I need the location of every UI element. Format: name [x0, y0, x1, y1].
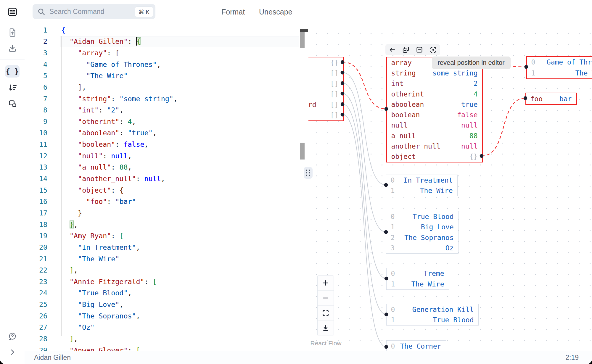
plus-icon — [322, 279, 329, 287]
code-line[interactable]: "foo": "bar" — [61, 196, 136, 207]
node-row: Annie Fitzgerald[] — [308, 78, 343, 89]
line-number: 6 — [25, 82, 47, 93]
node-row: Alexander Skarsgård[] — [308, 99, 343, 110]
zoom-controls — [317, 275, 334, 336]
line-number: 3 — [25, 47, 47, 59]
download-icon[interactable] — [8, 44, 17, 53]
expand-sidebar-chevron-icon[interactable] — [9, 348, 16, 356]
code-line[interactable]: ], — [61, 333, 78, 345]
line-number: 29 — [25, 345, 47, 351]
node-row: nullnull — [387, 120, 482, 131]
json-code-editor[interactable]: 1234567891011121314151617181920212223242… — [25, 24, 308, 351]
reveal-position-icon[interactable] — [429, 46, 437, 54]
line-number: 25 — [25, 299, 47, 310]
collapse-node-icon[interactable] — [416, 46, 423, 54]
line-number: 20 — [25, 242, 47, 253]
help-icon[interactable] — [8, 332, 17, 341]
download-image-button[interactable] — [318, 321, 334, 336]
node-row: object{} — [387, 152, 482, 162]
transform-nodes-icon[interactable] — [8, 99, 17, 108]
line-number: 15 — [25, 185, 47, 196]
code-line[interactable]: ], — [61, 265, 78, 276]
line-number: 18 — [25, 219, 47, 231]
graph-panel[interactable]: Aidan Gillen{}Amy Ryan[]Annie Fitzgerald… — [308, 0, 592, 351]
node-row: foobar — [526, 93, 576, 104]
line-number: 23 — [25, 276, 47, 288]
graph-node-amy-ryan[interactable]: 0In Treatment1The Wire — [386, 175, 458, 196]
unescape-button[interactable]: Unescape — [259, 0, 292, 24]
node-row: 0Treme — [387, 268, 449, 279]
node-row: a_null88 — [387, 131, 482, 141]
code-line[interactable]: } — [61, 207, 82, 219]
zoom-in-button[interactable] — [318, 276, 334, 291]
editor-scrollbar-thumb[interactable] — [300, 32, 305, 48]
node-row: Anwan Glover[] — [308, 89, 343, 100]
sidebar-divider — [0, 59, 25, 59]
app-window: { } — [0, 0, 592, 364]
node-row: 0The Corner — [387, 341, 446, 351]
code-line[interactable]: "a_null": 88, — [61, 162, 132, 173]
code-line[interactable]: "True Blood", — [61, 287, 132, 299]
code-line[interactable]: "Oz" — [61, 322, 94, 333]
code-line[interactable]: "aboolean": "true", — [61, 127, 157, 139]
graph-node-alice-farmer[interactable]: 0The Corner — [386, 340, 446, 351]
code-line[interactable]: "In Treatment", — [61, 242, 140, 253]
code-line[interactable]: "int": "2", — [61, 104, 123, 116]
app-logo-icon[interactable] — [7, 7, 18, 17]
code-line[interactable]: "Aidan Gillen": { — [61, 36, 141, 47]
node-row: Aidan Gillen{} — [308, 57, 343, 68]
graph-node-aidan-gillen[interactable]: array[]stringsome stringint2otherint4abo… — [386, 57, 483, 162]
zoom-out-button[interactable] — [318, 291, 334, 306]
line-number: 24 — [25, 287, 47, 299]
selected-path-label: Aidan Gillen — [34, 351, 71, 364]
line-number: 28 — [25, 333, 47, 345]
panel-resize-handle[interactable] — [304, 167, 313, 179]
graph-node-alexander-skarsgard[interactable]: 0Generation Kill1True Blood — [386, 304, 479, 326]
code-line[interactable]: "The Wire" — [61, 70, 128, 82]
code-line[interactable]: }, — [61, 219, 78, 231]
code-line[interactable]: "another_null": null, — [61, 173, 165, 185]
code-line[interactable]: "array": [ — [61, 47, 119, 59]
code-line[interactable]: "Amy Ryan": [ — [61, 230, 123, 242]
code-line[interactable]: "boolean": false, — [61, 139, 149, 150]
line-number: 19 — [25, 230, 47, 242]
node-row: Amy Ryan[] — [308, 68, 343, 79]
code-line[interactable]: "otherint": 4, — [61, 116, 136, 128]
node-row: 1True Blood — [387, 315, 478, 326]
sort-icon[interactable] — [8, 83, 17, 92]
line-number: 9 — [25, 116, 47, 128]
editor-scroll-decoration — [300, 29, 308, 32]
duplicate-icon[interactable] — [402, 46, 410, 54]
node-row: 3Oz — [386, 243, 458, 254]
code-line[interactable]: "Annie Fitzgerald": [ — [61, 276, 157, 288]
graph-node-anwan-glover[interactable]: 0Treme1The Wire — [386, 268, 449, 290]
code-line[interactable]: "object": { — [61, 185, 123, 196]
graph-node-aidan-array[interactable]: 0Game of Thrones1The Wire — [526, 56, 592, 79]
node-row: stringsome string — [387, 68, 482, 78]
back-icon[interactable] — [388, 46, 396, 54]
format-button[interactable]: Format — [221, 0, 245, 24]
graph-node-root-object[interactable]: Aidan Gillen{}Amy Ryan[]Annie Fitzgerald… — [308, 57, 344, 121]
node-row: 0Generation Kill — [387, 304, 478, 315]
code-line[interactable]: "Big Love", — [61, 299, 123, 310]
graph-node-annie-fitzgerald[interactable]: 0True Blood1Big Love2The Sopranos3Oz — [386, 211, 459, 254]
upload-file-icon[interactable] — [8, 28, 17, 37]
search-input[interactable]: Search Command ⌘ K — [33, 4, 155, 19]
editor-scrollbar-mark[interactable] — [300, 143, 305, 160]
code-line[interactable]: "null": null, — [61, 150, 132, 162]
node-row: 1The Wire — [387, 279, 449, 289]
line-number: 1 — [25, 25, 47, 36]
fit-view-button[interactable] — [318, 306, 334, 321]
code-line[interactable]: { — [61, 25, 65, 36]
code-line[interactable]: "string": "some string", — [61, 93, 178, 105]
code-line[interactable]: "Game of Thrones", — [61, 59, 161, 70]
code-line[interactable]: "The Wire" — [61, 253, 119, 265]
code-line[interactable]: "The Sopranos", — [61, 310, 140, 322]
search-shortcut-badge: ⌘ K — [135, 7, 153, 17]
fit-view-icon — [322, 309, 329, 317]
graph-node-foo-object[interactable]: foobar — [525, 93, 577, 105]
json-braces-icon[interactable]: { } — [6, 67, 19, 76]
code-line[interactable]: "Anwan Glover": [ — [61, 345, 140, 351]
code-line[interactable]: ], — [61, 82, 86, 93]
line-number: 5 — [25, 70, 47, 82]
